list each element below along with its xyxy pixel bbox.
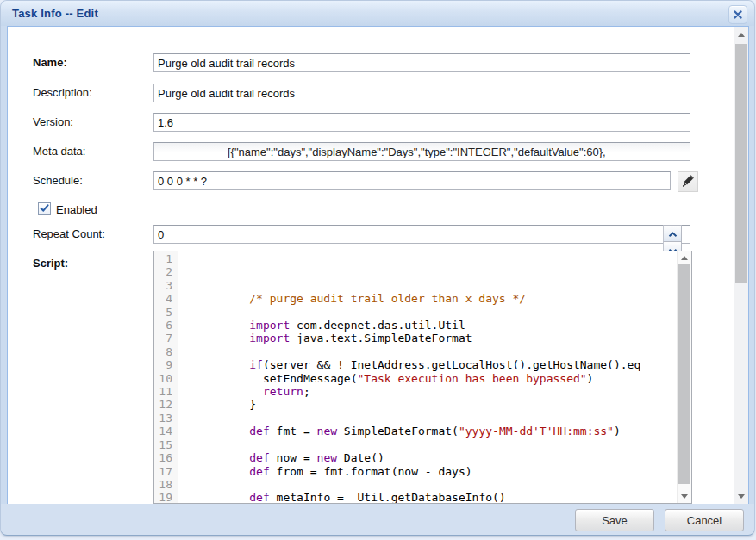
repeat-count-spinner (663, 225, 682, 244)
line-number: 15 (154, 438, 172, 451)
script-editor[interactable]: 12345678910111213141516171819 /* purge a… (153, 251, 692, 504)
code-line: return; (182, 385, 677, 398)
code-line (182, 345, 677, 358)
code-line: } (182, 398, 677, 411)
close-button[interactable] (728, 5, 747, 24)
code-line: import com.deepnet.das.util.Util (182, 319, 677, 332)
repeat-count-input[interactable] (153, 225, 690, 244)
code-line: import java.text.SimpleDateFormat (182, 332, 677, 344)
code-line: def now = new Date() (182, 451, 677, 464)
editor-scroll-up-icon[interactable] (681, 256, 688, 260)
editor-code[interactable]: /* purge audit trail older than x days *… (178, 251, 677, 503)
dialog-footer: Save Cancel (1, 504, 754, 536)
schedule-input[interactable] (153, 171, 671, 190)
description-input[interactable] (153, 84, 690, 102)
editor-scroll-down-icon[interactable] (681, 494, 688, 499)
repeat-count-label: Repeat Count: (33, 227, 105, 240)
code-line: /* purge audit trail older than x days *… (182, 292, 677, 305)
line-number: 16 (154, 451, 172, 464)
code-line (182, 306, 677, 319)
meta-data-label: Meta data: (33, 145, 85, 158)
line-number: 11 (154, 385, 172, 398)
save-button[interactable]: Save (575, 509, 654, 531)
line-number: 13 (154, 412, 172, 425)
dialog-scroll-up-icon[interactable] (738, 33, 745, 37)
line-number: 5 (154, 306, 172, 319)
task-info-edit-dialog: Task Info -- Edit Name: Description: Ver… (1, 1, 754, 535)
spinner-up-button[interactable] (663, 225, 682, 242)
line-number: 18 (154, 478, 172, 491)
dialog-scrollbar-thumb[interactable] (735, 44, 747, 283)
name-input[interactable] (153, 53, 690, 72)
description-label: Description: (33, 86, 92, 99)
line-number: 10 (154, 372, 172, 385)
version-label: Version: (33, 115, 73, 128)
meta-data-input[interactable] (153, 142, 690, 161)
code-line (182, 265, 677, 278)
code-line: if(server && ! InetAddress.getLocalHost(… (182, 358, 677, 371)
code-line: def fmt = new SimpleDateFormat("yyyy-MM-… (182, 425, 677, 438)
line-number: 14 (154, 425, 172, 438)
dialog-scroll-down-icon[interactable] (738, 494, 745, 499)
pencil-icon (682, 174, 695, 190)
code-line (182, 438, 677, 451)
line-number: 3 (154, 279, 172, 292)
dialog-titlebar[interactable]: Task Info -- Edit (1, 1, 754, 26)
line-number: 6 (154, 319, 172, 332)
check-icon (40, 205, 49, 213)
close-icon (734, 7, 742, 22)
enabled-checkbox[interactable] (38, 202, 51, 215)
code-line (182, 252, 677, 265)
line-number: 4 (154, 292, 172, 305)
name-label: Name: (33, 56, 67, 69)
line-number: 8 (154, 345, 172, 358)
schedule-edit-button[interactable] (678, 171, 698, 192)
code-line (182, 412, 677, 425)
dialog-title: Task Info -- Edit (12, 7, 98, 20)
line-number: 9 (154, 358, 172, 371)
line-number: 17 (154, 465, 172, 478)
cancel-button[interactable]: Cancel (665, 509, 744, 531)
code-line: def from = fmt.format(now - days) (182, 465, 677, 478)
line-number: 1 (154, 252, 172, 265)
save-button-label: Save (602, 514, 628, 527)
schedule-label: Schedule: (33, 174, 83, 187)
version-input[interactable] (153, 113, 690, 132)
enabled-label: Enabled (56, 203, 97, 216)
line-number: 12 (154, 398, 172, 411)
line-number: 2 (154, 265, 172, 278)
code-line: setEndMessage("Task execution has been b… (182, 372, 677, 385)
chevron-up-icon (668, 226, 678, 241)
editor-scrollbar (677, 251, 691, 503)
line-number: 19 (154, 491, 172, 504)
cancel-button-label: Cancel (687, 514, 722, 527)
code-line (182, 478, 677, 491)
editor-line-numbers: 12345678910111213141516171819 (154, 251, 178, 503)
code-line: def metaInfo = Util.getDatabaseInfo() (182, 491, 677, 503)
line-number: 7 (154, 332, 172, 344)
code-line (182, 279, 677, 292)
editor-scrollbar-thumb[interactable] (678, 264, 690, 484)
dialog-scrollbar (734, 27, 748, 505)
script-label: Script: (33, 257, 68, 270)
dialog-body: Name: Description: Version: Meta data: S… (7, 26, 749, 506)
